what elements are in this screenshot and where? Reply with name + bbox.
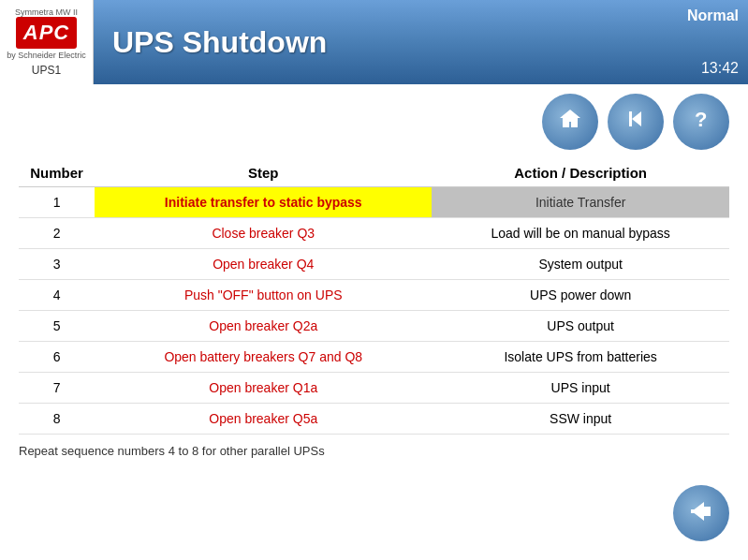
- page-title: UPS Shutdown: [112, 25, 748, 60]
- cell-action: UPS power down: [432, 280, 729, 311]
- cell-step: Close breaker Q3: [95, 218, 432, 249]
- cell-step: Open breaker Q1a: [95, 373, 432, 404]
- status-display: Normal: [687, 7, 739, 24]
- table-row: 8Open breaker Q5aSSW input: [19, 404, 729, 435]
- logo-section: Symmetra MW II APC by Schneider Electric…: [0, 0, 94, 84]
- exit-button[interactable]: [673, 485, 729, 541]
- schneider-label: by Schneider Electric: [7, 51, 86, 60]
- cell-number: 4: [19, 280, 95, 311]
- table-row: 7Open breaker Q1aUPS input: [19, 373, 729, 404]
- exit-icon: [687, 497, 715, 530]
- cell-action: SSW input: [432, 404, 729, 435]
- help-icon: ?: [688, 106, 714, 138]
- col-header-number: Number: [19, 159, 95, 187]
- table-section: Number Step Action / Description 1Initia…: [0, 159, 748, 435]
- footer-note: Repeat sequence numbers 4 to 8 for other…: [0, 435, 748, 467]
- nav-buttons: ?: [0, 84, 748, 159]
- cell-step: Open breaker Q4: [95, 249, 432, 280]
- cell-step: Push "OFF" button on UPS: [95, 280, 432, 311]
- cell-step: Open breaker Q5a: [95, 404, 432, 435]
- cell-action: UPS input: [432, 373, 729, 404]
- back-icon: [623, 106, 649, 138]
- time-display: 13:42: [701, 60, 739, 77]
- table-row: 5Open breaker Q2aUPS output: [19, 311, 729, 342]
- cell-number: 6: [19, 342, 95, 373]
- col-header-action: Action / Description: [432, 159, 729, 187]
- cell-step[interactable]: Initiate transfer to static bypass: [95, 187, 432, 218]
- cell-number: 1: [19, 187, 95, 218]
- svg-rect-1: [691, 509, 704, 513]
- cell-step: Open breaker Q2a: [95, 311, 432, 342]
- home-button[interactable]: [542, 94, 598, 150]
- col-header-step: Step: [95, 159, 432, 187]
- cell-action: Load will be on manual bypass: [432, 218, 729, 249]
- home-icon: [557, 106, 583, 138]
- cell-number: 3: [19, 249, 95, 280]
- apc-logo: APC: [16, 17, 77, 49]
- cell-action[interactable]: Initiate Transfer: [432, 187, 729, 218]
- help-button[interactable]: ?: [673, 94, 729, 150]
- table-row: 2Close breaker Q3Load will be on manual …: [19, 218, 729, 249]
- procedure-table: Number Step Action / Description 1Initia…: [19, 159, 729, 435]
- cell-number: 8: [19, 404, 95, 435]
- cell-action: Isolate UPS from batteries: [432, 342, 729, 373]
- cell-action: UPS output: [432, 311, 729, 342]
- cell-number: 7: [19, 373, 95, 404]
- svg-text:?: ?: [695, 108, 707, 131]
- brand-label: Symmetra MW II: [15, 7, 78, 17]
- cell-action: System output: [432, 249, 729, 280]
- title-section: Normal UPS Shutdown 13:42: [94, 0, 748, 84]
- cell-number: 5: [19, 311, 95, 342]
- cell-number: 2: [19, 218, 95, 249]
- ups-label: UPS1: [32, 64, 61, 77]
- header: Symmetra MW II APC by Schneider Electric…: [0, 0, 748, 84]
- back-button[interactable]: [608, 94, 664, 150]
- table-row: 4Push "OFF" button on UPSUPS power down: [19, 280, 729, 311]
- table-row: 6Open battery breakers Q7 and Q8Isolate …: [19, 342, 729, 373]
- table-row: 3Open breaker Q4System output: [19, 249, 729, 280]
- table-row: 1Initiate transfer to static bypassIniti…: [19, 187, 729, 218]
- cell-step: Open battery breakers Q7 and Q8: [95, 342, 432, 373]
